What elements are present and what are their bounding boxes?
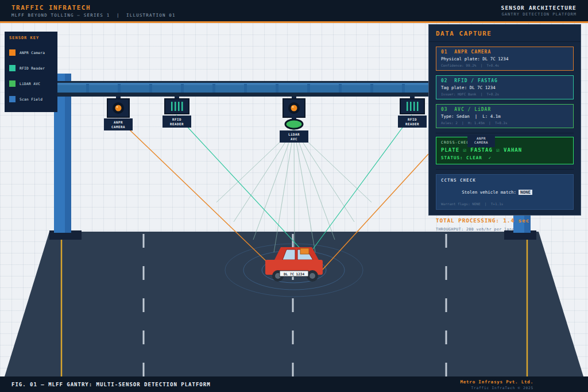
cross-check-label: CROSS-CHECK: [441, 140, 568, 145]
anpr-color-swatch: [9, 49, 16, 56]
svg-text:CAMERA: CAMERA: [111, 125, 125, 129]
cctns-match-line: Stolen vehicle match:NONE: [441, 185, 568, 200]
cross-check-row: PLATE ☑ FASTAG ☑ VAHAN: [441, 147, 568, 153]
figure-caption: FIG. 01 — MLFF GANTRY: MULTI-SENSOR DETE…: [11, 382, 211, 387]
panel-divider: [436, 133, 574, 133]
sensor-label-rfid-right: RFID READER: [398, 116, 427, 128]
lidar-unit: [285, 117, 303, 129]
sensor-label-rfid-left: RFID READER: [163, 116, 191, 128]
throughput: THROUGHPUT: 200 veh/hr per lane: [436, 227, 574, 232]
cctns-check-box: CCTNS CHECK Stolen vehicle match:NONE Wa…: [436, 174, 574, 210]
svg-text:RFID: RFID: [172, 118, 181, 121]
panel-divider: [436, 169, 574, 170]
cctns-warrant-line: Warrant flags: NONE | T+1.1s: [441, 202, 568, 206]
legend-item-scanfield: Scan Field: [9, 96, 53, 102]
sensor-label-anpr: ANPR CAMERA: [104, 118, 133, 130]
page-subtitle: MLFF BEYOND TOLLING — SERIES 1 | ILLUSTR…: [11, 13, 176, 18]
svg-text:ANPR: ANPR: [114, 121, 123, 124]
data-box-avc: 03 AVC / LiDAR Type: Sedan | L: 4.1m Axl…: [436, 104, 574, 128]
sensor-label-lidar: LiDAR AVC: [280, 130, 308, 143]
footer-credits: Metro Infrasys Pvt. Ltd. Traffic InfraTe…: [460, 379, 533, 390]
license-plate-text: DL 7C 1234: [284, 272, 305, 276]
header-right: SENSOR ARCHITECTURE GANTRY DETECTION PLA…: [501, 5, 577, 17]
svg-text:READER: READER: [405, 122, 419, 126]
svg-text:READER: READER: [170, 122, 184, 126]
rfid-color-swatch: [9, 65, 16, 71]
header-left: TRAFFIC INFRATECH MLFF BEYOND TOLLING — …: [11, 4, 176, 18]
scanfield-color-swatch: [9, 96, 16, 102]
rfid-reader-right: [400, 97, 424, 114]
data-capture-title: DATA CAPTURE: [429, 25, 581, 42]
header-bar: TRAFFIC INFRATECH MLFF BEYOND TOLLING — …: [0, 0, 588, 23]
cross-check-box: ANPR CAMERA CROSS-CHECK PLATE ☑ FASTAG ☑…: [436, 137, 574, 164]
lidar-color-swatch: [9, 80, 16, 87]
svg-text:LiDAR: LiDAR: [288, 133, 300, 136]
data-box-anpr: 01 ANPR CAMERA Physical plate: DL 7C 123…: [436, 47, 574, 71]
total-processing: TOTAL PROCESSING: 1.4 sec: [436, 217, 574, 224]
copyright: Traffic InfraTech © 2025: [460, 386, 533, 390]
footer-bar: FIG. 01 — MLFF GANTRY: MULTI-SENSOR DETE…: [0, 376, 588, 392]
header-right-title: SENSOR ARCHITECTURE: [501, 5, 577, 11]
company-name: Metro Infrasys Pvt. Ltd.: [460, 379, 533, 385]
page-title: TRAFFIC INFRATECH: [11, 4, 176, 11]
stray-anpr-camera-label: ANPR CAMERA: [467, 135, 495, 147]
rfid-reader-left: [165, 97, 189, 114]
cctns-none-chip: NONE: [519, 190, 532, 195]
header-right-subtitle: GANTRY DETECTION PLATFORM: [501, 12, 577, 17]
sensor-key-title: SENSOR KEY: [9, 36, 53, 40]
data-box-rfid: 02 RFID / FASTAG Tag plate: DL 7C 1234 I…: [436, 75, 574, 99]
svg-text:RFID: RFID: [408, 118, 417, 121]
svg-text:AVC: AVC: [291, 137, 297, 141]
data-capture-panel: DATA CAPTURE 01 ANPR CAMERA Physical pla…: [428, 24, 581, 216]
fastag-sticker: [300, 248, 309, 254]
gantry-scene: ANPR CAMERA RFID READER LiDAR AVC RFID R…: [0, 23, 588, 376]
sensor-key-panel: SENSOR KEY ANPR Camera RFID Reader LiDAR…: [5, 32, 57, 112]
anpr-camera-left: [107, 97, 129, 117]
legend-item-anpr: ANPR Camera: [9, 49, 53, 56]
legend-item-rfid: RFID Reader: [9, 65, 53, 71]
legend-item-lidar: LiDAR AVC: [9, 80, 53, 87]
cctns-title: CCTNS CHECK: [441, 178, 568, 183]
anpr-camera-center: [283, 97, 305, 117]
cross-check-status: STATUS: CLEAR ✓: [441, 155, 568, 160]
